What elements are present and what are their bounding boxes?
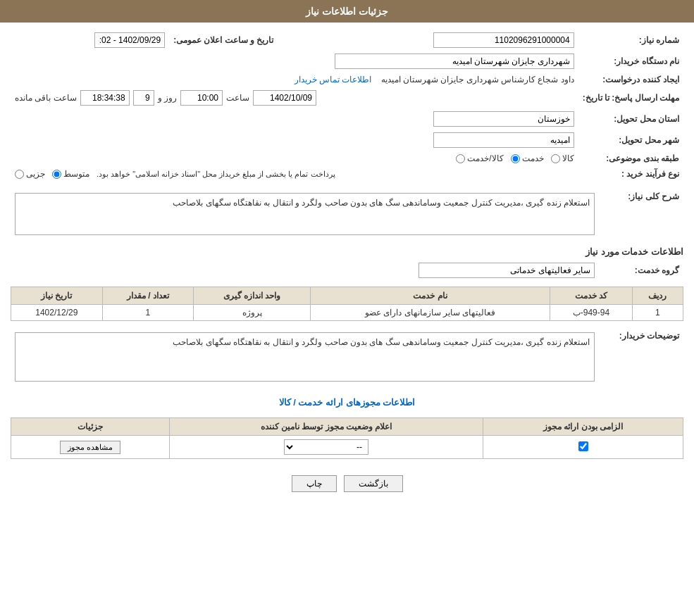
need-number-value bbox=[278, 30, 578, 51]
permissions-table-header: الزامی بودن ارائه مجوز اعلام وضعیت مجوز … bbox=[11, 418, 683, 436]
creator-value: داود شجاع کارشناس شهرداری جایزان شهرستان… bbox=[11, 72, 578, 87]
category-kala-option[interactable]: کالا bbox=[551, 153, 574, 163]
status-select[interactable]: -- bbox=[284, 439, 368, 455]
need-number-label: شماره نیاز: bbox=[578, 30, 683, 51]
buyer-description-content: استعلام زنده گیری ،مدیریت کنترل جمعیت وس… bbox=[11, 327, 599, 387]
purchase-type-row: نوع فرآیند خرید : پرداخت تمام یا بخشی از… bbox=[11, 166, 683, 182]
need-description-table: شرح کلی نیاز: استعلام زنده گیری ،مدیریت … bbox=[11, 187, 683, 241]
city-row: شهر محل تحویل: bbox=[11, 130, 683, 151]
buyer-description-box: استعلام زنده گیری ،مدیریت کنترل جمعیت وس… bbox=[15, 332, 595, 382]
col-service-name: نام خدمت bbox=[310, 287, 550, 305]
cell-row-num: 1 bbox=[632, 305, 683, 321]
send-time-label: ساعت bbox=[226, 93, 249, 103]
category-kala-khadamat-option[interactable]: کالا/خدمت bbox=[456, 153, 503, 163]
send-date-input[interactable] bbox=[253, 90, 316, 106]
page-wrapper: جزئیات اطلاعات نیاز شماره نیاز: تاریخ و … bbox=[0, 0, 694, 616]
send-deadline-row: مهلت ارسال پاسخ: تا تاریخ: ساعت روز و سا… bbox=[11, 87, 683, 108]
creator-label: ایجاد کننده درخواست: bbox=[578, 72, 683, 87]
purchase-note: پرداخت تمام یا بخشی از مبلغ خریداز محل "… bbox=[97, 170, 335, 179]
col-unit: واحد اندازه گیری bbox=[194, 287, 311, 305]
category-khadamat-option[interactable]: خدمت bbox=[511, 153, 544, 163]
send-days-input[interactable] bbox=[133, 90, 154, 106]
send-days-label: روز و bbox=[158, 93, 177, 103]
service-group-value bbox=[11, 260, 599, 281]
category-options: کالا/خدمت خدمت کالا bbox=[11, 151, 578, 166]
announce-date-label: تاریخ و ساعت اعلان عمومی: bbox=[169, 30, 278, 51]
service-group-label: گروه خدمت: bbox=[599, 260, 683, 281]
cell-count: 1 bbox=[102, 305, 193, 321]
category-kala-label: کالا bbox=[562, 153, 574, 163]
table-row: -- مشاهده مجوز bbox=[11, 436, 683, 459]
permissions-table-body: -- مشاهده مجوز bbox=[11, 436, 683, 459]
need-number-input[interactable] bbox=[433, 32, 574, 48]
city-value bbox=[11, 130, 578, 151]
need-description-content: استعلام زنده گیری ،مدیریت کنترل جمعیت وس… bbox=[11, 187, 599, 241]
permissions-section-text: اطلاعات مجوزهای ارائه خدمت / کالا bbox=[279, 397, 416, 408]
col-date: تاریخ نیاز bbox=[11, 287, 103, 305]
category-khadamat-label: خدمت bbox=[522, 153, 544, 163]
purchase-motawaset-radio[interactable] bbox=[52, 170, 61, 179]
need-description-label: شرح کلی نیاز: bbox=[599, 187, 683, 241]
buyer-org-row: نام دستگاه خریدار: bbox=[11, 51, 683, 72]
service-group-input[interactable] bbox=[419, 263, 595, 278]
col-status: اعلام وضعیت مجوز توسط نامین کننده bbox=[170, 418, 483, 436]
category-khadamat-radio[interactable] bbox=[511, 154, 520, 163]
purchase-jozvi-label: جزیی bbox=[26, 169, 45, 179]
col-row-num: ردیف bbox=[632, 287, 683, 305]
services-table-body: 1 949-94-ب فعالیتهای سایر سازمانهای دارا… bbox=[11, 305, 683, 321]
city-label: شهر محل تحویل: bbox=[578, 130, 683, 151]
print-button[interactable]: چاپ bbox=[292, 475, 337, 492]
category-kala-khadamat-label: کالا/خدمت bbox=[467, 153, 503, 163]
cell-details: مشاهده مجوز bbox=[11, 436, 170, 459]
send-remaining-label: ساعت باقی مانده bbox=[15, 93, 77, 103]
province-input[interactable] bbox=[433, 111, 574, 127]
cell-service-name: فعالیتهای سایر سازمانهای دارای عضو bbox=[310, 305, 550, 321]
permissions-section-label: اطلاعات مجوزهای ارائه خدمت / کالا bbox=[11, 393, 683, 412]
cell-mandatory bbox=[483, 436, 683, 459]
category-kala-khadamat-radio[interactable] bbox=[456, 154, 465, 163]
purchase-jozvi-radio[interactable] bbox=[15, 170, 24, 179]
content-area: شماره نیاز: تاریخ و ساعت اعلان عمومی: نا… bbox=[0, 23, 694, 510]
col-count: تعداد / مقدار bbox=[102, 287, 193, 305]
send-remaining-input[interactable] bbox=[80, 90, 130, 106]
back-button[interactable]: بازگشت bbox=[344, 475, 403, 492]
table-row: 1 949-94-ب فعالیتهای سایر سازمانهای دارا… bbox=[11, 305, 683, 321]
creator-contact-link[interactable]: اطلاعات تماس خریدار bbox=[295, 75, 372, 84]
cell-status: -- bbox=[170, 436, 483, 459]
col-details: جزئیات bbox=[11, 418, 170, 436]
services-header-row: ردیف کد خدمت نام خدمت واحد اندازه گیری ت… bbox=[11, 287, 683, 305]
page-title: جزئیات اطلاعات نیاز bbox=[306, 6, 388, 17]
service-group-table: گروه خدمت: bbox=[11, 260, 683, 281]
buyer-org-label: نام دستگاه خریدار: bbox=[578, 51, 683, 72]
cell-unit: پروژه bbox=[194, 305, 311, 321]
cell-service-code: 949-94-ب bbox=[550, 305, 633, 321]
send-deadline-label: مهلت ارسال پاسخ: تا تاریخ: bbox=[578, 87, 683, 108]
category-kala-radio[interactable] bbox=[551, 154, 560, 163]
cell-date: 1402/12/29 bbox=[11, 305, 103, 321]
purchase-motawaset-label: متوسط bbox=[63, 169, 89, 179]
bottom-buttons: بازگشت چاپ bbox=[11, 465, 683, 503]
send-time-input[interactable] bbox=[180, 90, 223, 106]
city-input[interactable] bbox=[433, 132, 574, 148]
need-number-row: شماره نیاز: تاریخ و ساعت اعلان عمومی: bbox=[11, 30, 683, 51]
announce-date-input[interactable] bbox=[94, 32, 165, 48]
permissions-table: الزامی بودن ارائه مجوز اعلام وضعیت مجوز … bbox=[11, 417, 683, 459]
creator-row: ایجاد کننده درخواست: داود شجاع کارشناس ش… bbox=[11, 72, 683, 87]
view-permit-button[interactable]: مشاهده مجوز bbox=[60, 441, 120, 454]
service-group-row: گروه خدمت: bbox=[11, 260, 683, 281]
buyer-org-input[interactable] bbox=[335, 54, 574, 69]
announce-date-value bbox=[11, 30, 169, 51]
province-label: استان محل تحویل: bbox=[578, 108, 683, 130]
mandatory-checkbox[interactable] bbox=[578, 441, 588, 451]
province-row: استان محل تحویل: bbox=[11, 108, 683, 130]
services-table: ردیف کد خدمت نام خدمت واحد اندازه گیری ت… bbox=[11, 287, 683, 321]
purchase-type-options: پرداخت تمام یا بخشی از مبلغ خریداز محل "… bbox=[11, 166, 578, 182]
purchase-jozvi-option[interactable]: جزیی bbox=[15, 169, 45, 179]
purchase-type-label: نوع فرآیند خرید : bbox=[578, 166, 683, 182]
purchase-motawaset-option[interactable]: متوسط bbox=[52, 169, 89, 179]
category-row: طبقه بندی موضوعی: کالا/خدمت خدمت bbox=[11, 151, 683, 166]
col-service-code: کد خدمت bbox=[550, 287, 633, 305]
buyer-org-value bbox=[11, 51, 578, 72]
services-info-label: اطلاعات خدمات مورد نیاز bbox=[11, 246, 683, 257]
need-description-box: استعلام زنده گیری ،مدیریت کنترل جمعیت وس… bbox=[15, 193, 595, 235]
